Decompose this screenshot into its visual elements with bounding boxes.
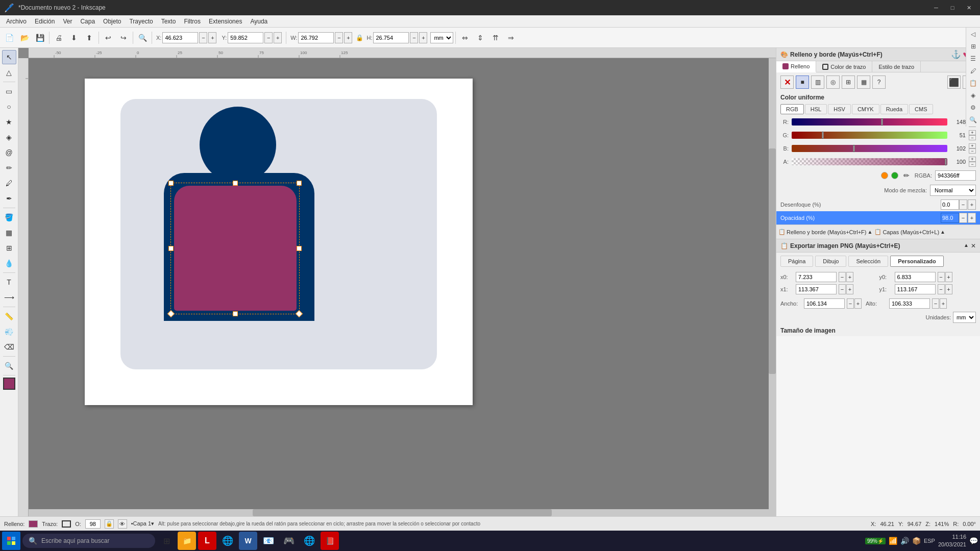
rgba-input[interactable] (935, 170, 976, 181)
fill-solid-btn[interactable]: ■ (796, 76, 809, 89)
tab-seleccion[interactable]: Selección (848, 256, 888, 267)
ancho-input[interactable] (804, 298, 845, 309)
canvas-content[interactable] (29, 58, 776, 516)
ancho-plus[interactable]: + (854, 298, 862, 309)
toolbar-zoom-in[interactable]: 🔍 (135, 31, 150, 45)
fill-panel-expand[interactable]: ▲ (868, 229, 873, 235)
color-tab-hsl[interactable]: HSL (805, 104, 827, 114)
tab-color-trazo[interactable]: Color de trazo (816, 61, 872, 72)
menu-edicion[interactable]: Edición (31, 17, 59, 26)
y1-input[interactable] (895, 284, 936, 294)
connector-tool[interactable]: ⟶ (2, 290, 16, 305)
fill-mesh-btn[interactable]: ⊞ (842, 76, 855, 89)
g-plus[interactable]: + (969, 130, 976, 135)
color-dot-1[interactable] (881, 172, 888, 179)
toolbar-align1[interactable]: ⇔ (458, 31, 472, 45)
menu-ayuda[interactable]: Ayuda (246, 17, 272, 26)
circle-tool[interactable]: ○ (2, 99, 16, 114)
y-minus[interactable]: − (264, 32, 273, 43)
color-tab-hsv[interactable]: HSV (828, 104, 851, 114)
eyedropper-btn[interactable]: ✏ (901, 170, 912, 181)
alto-plus[interactable]: + (940, 298, 947, 309)
gradient-tool[interactable]: ▦ (2, 226, 16, 240)
tab-relleno[interactable]: Relleno (776, 61, 816, 72)
lang-indicator[interactable]: ESP (924, 538, 935, 544)
y-plus[interactable]: + (274, 32, 282, 43)
h-minus[interactable]: − (410, 32, 418, 43)
h-plus[interactable]: + (419, 32, 427, 43)
export-expand-icon[interactable]: ▲ (964, 242, 969, 249)
taskbar-app-chrome[interactable]: 🌐 (218, 532, 237, 550)
g-minus[interactable]: − (969, 135, 976, 140)
layer-indicator[interactable]: •Capa 1▾ (131, 520, 154, 527)
start-button[interactable] (2, 532, 20, 550)
ancho-minus[interactable]: − (847, 298, 854, 309)
unit-select[interactable]: mmpxpt (430, 32, 453, 43)
toolbar-export[interactable]: ⬆ (82, 31, 96, 45)
y-input[interactable] (228, 32, 263, 43)
w-input[interactable] (298, 32, 334, 43)
units-select[interactable]: mmpx (953, 312, 976, 323)
color-tab-rgb[interactable]: RGB (780, 104, 804, 114)
menu-capa[interactable]: Capa (76, 17, 99, 26)
rv-btn-1[interactable]: ◁ (968, 29, 979, 40)
x-minus[interactable]: − (199, 32, 207, 43)
eraser-tool[interactable]: ⌫ (2, 340, 16, 354)
color-tab-cms[interactable]: CMS (909, 104, 933, 114)
menu-objeto[interactable]: Objeto (99, 17, 125, 26)
alto-input[interactable] (889, 298, 930, 309)
taskbar-app-word[interactable]: W (239, 532, 257, 550)
3d-tool[interactable]: ◈ (2, 130, 16, 144)
menu-filtros[interactable]: Filtros (180, 17, 205, 26)
toolbar-print[interactable]: 🖨 (52, 31, 66, 45)
tab-dibujo[interactable]: Dibujo (815, 256, 846, 267)
fill-none-btn[interactable]: ✕ (780, 76, 794, 89)
taskbar-app-acrobat[interactable]: 📕 (321, 532, 339, 550)
measure-tool[interactable]: 📏 (2, 309, 16, 323)
rv-btn-2[interactable]: ⊞ (968, 41, 979, 52)
node-tool[interactable]: △ (2, 65, 16, 80)
rv-btn-5[interactable]: 📋 (968, 78, 979, 89)
toolbar-undo[interactable]: ↩ (101, 31, 115, 45)
color-tab-rueda[interactable]: Rueda (880, 104, 908, 114)
x1-minus[interactable]: − (839, 284, 846, 294)
menu-extensiones[interactable]: Extensiones (205, 17, 246, 26)
rect-tool[interactable]: ▭ (2, 84, 16, 98)
toolbar-align2[interactable]: ⇕ (473, 31, 487, 45)
tab-personalizado[interactable]: Personalizado (890, 256, 944, 267)
a-minus[interactable]: − (969, 162, 976, 167)
taskbar-app-inkscape[interactable]: 🎮 (280, 532, 298, 550)
pen-tool[interactable]: 🖊 (2, 176, 16, 190)
x1-input[interactable] (796, 284, 837, 294)
y0-plus[interactable]: + (945, 272, 952, 282)
rv-btn-3[interactable]: ☰ (968, 53, 979, 64)
lock-icon[interactable]: 🔒 (105, 519, 114, 529)
fill-linear-btn[interactable]: ▥ (811, 76, 824, 89)
spiral-tool[interactable]: @ (2, 145, 16, 160)
g-slider[interactable] (792, 132, 947, 139)
vscrollbar[interactable] (769, 58, 776, 509)
opacity-input[interactable] (941, 213, 959, 223)
zoom-tool[interactable]: 🔍 (2, 359, 16, 373)
fill-pattern-btn[interactable]: ▦ (857, 76, 870, 89)
opacity-plus[interactable]: + (968, 213, 976, 223)
blur-minus[interactable]: − (959, 199, 967, 210)
color-tab-cmyk[interactable]: CMYK (852, 104, 879, 114)
alto-minus[interactable]: − (932, 298, 939, 309)
mesh-tool[interactable]: ⊞ (2, 241, 16, 255)
x-plus[interactable]: + (208, 32, 216, 43)
rv-btn-7[interactable]: ⚙ (968, 102, 979, 113)
tab-estilo-trazo[interactable]: Estilo de trazo (872, 61, 921, 72)
fill-alpha-btn[interactable]: ⬛ (947, 76, 961, 89)
maximize-button[interactable]: □ (945, 3, 960, 13)
figure-inner[interactable] (174, 186, 297, 311)
close-button[interactable]: ✕ (962, 3, 976, 13)
color-dot-2[interactable] (891, 172, 898, 179)
taskbar-search[interactable]: 🔍 Escribe aquí para buscar (22, 534, 155, 548)
y0-minus[interactable]: − (938, 272, 945, 282)
blur-input[interactable] (941, 199, 959, 210)
menu-trayecto[interactable]: Trayecto (125, 17, 157, 26)
x-input[interactable] (162, 32, 198, 43)
x0-plus[interactable]: + (846, 272, 853, 282)
color-swatch[interactable] (3, 378, 15, 390)
